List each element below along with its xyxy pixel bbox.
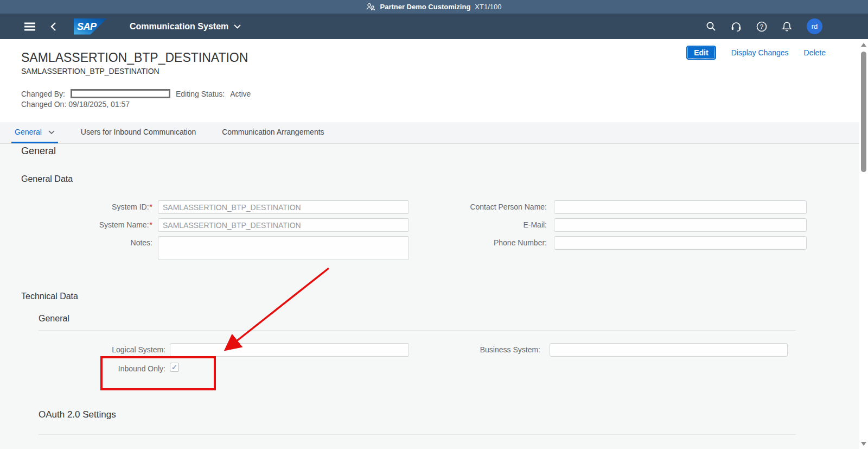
section-technical-data-title: Technical Data <box>21 292 78 301</box>
object-page-header: SAMLASSERTION_BTP_DESTINATION SAMLASSERT… <box>0 39 868 122</box>
contact-person-name-label: Contact Person Name: <box>411 203 547 211</box>
banner-system-id: XT1/100 <box>475 3 501 11</box>
business-system-input[interactable] <box>550 343 788 357</box>
logical-system-label: Logical System: <box>30 345 165 354</box>
scroll-up-arrow[interactable] <box>861 43 866 47</box>
changed-by-label: Changed By: <box>21 90 65 98</box>
page-content: General General Data System ID:* System … <box>0 144 868 449</box>
phone-number-label: Phone Number: <box>411 238 547 247</box>
notes-label: Notes: <box>17 238 152 247</box>
chevron-down-icon <box>234 24 241 29</box>
bell-icon[interactable] <box>782 21 792 32</box>
tab-general-label: General <box>15 128 42 136</box>
page-subtitle: SAMLASSERTION_BTP_DESTINATION <box>21 67 159 75</box>
logical-system-input[interactable] <box>170 343 409 357</box>
edit-button[interactable]: Edit <box>686 46 716 60</box>
app-title-menu[interactable]: Communication System <box>130 22 241 31</box>
sap-communication-system-page: Partner Demo Customizing XT1/100 SAP Com… <box>0 0 868 449</box>
contact-person-name-input[interactable] <box>554 200 807 214</box>
required-marker: * <box>150 220 152 229</box>
help-icon[interactable]: ? <box>756 21 767 32</box>
tab-users-label: Users for Inbound Communication <box>81 128 196 136</box>
display-changes-button[interactable]: Display Changes <box>731 48 789 57</box>
tab-comm-arrangements-label: Communication Arrangements <box>222 128 324 136</box>
client-banner: Partner Demo Customizing XT1/100 <box>0 0 868 14</box>
search-icon[interactable] <box>706 21 716 31</box>
changed-on-label: Changed On: <box>21 100 66 109</box>
system-id-label: System ID:* <box>17 203 152 211</box>
headset-icon[interactable] <box>731 21 742 31</box>
business-system-label: Business System: <box>405 345 540 354</box>
shell-header: SAP Communication System <box>0 14 868 39</box>
changed-by-value-redacted <box>71 89 170 98</box>
app-title-label: Communication System <box>130 22 228 31</box>
page-title: SAMLASSERTION_BTP_DESTINATION <box>21 50 248 65</box>
annotation-highlight-rectangle <box>100 356 216 390</box>
anchor-tab-bar: General Users for Inbound Communication … <box>0 122 868 144</box>
scroll-down-arrow[interactable] <box>861 442 866 446</box>
tab-general[interactable]: General <box>11 122 58 143</box>
divider <box>39 434 796 435</box>
sap-logo[interactable]: SAP <box>74 18 107 35</box>
notes-textarea[interactable] <box>158 236 409 260</box>
email-input[interactable] <box>554 218 807 232</box>
banner-title: Partner Demo Customizing <box>380 3 470 11</box>
two-people-icon <box>366 3 375 11</box>
vertical-scrollbar[interactable] <box>859 39 868 449</box>
section-general-title: General <box>21 146 56 157</box>
section-oauth-title: OAuth 2.0 Settings <box>39 409 116 420</box>
scrollbar-thumb[interactable] <box>861 52 866 172</box>
required-marker: * <box>150 203 152 211</box>
tab-communication-arrangements[interactable]: Communication Arrangements <box>219 122 327 143</box>
avatar[interactable]: rd <box>807 18 822 34</box>
divider <box>39 330 796 331</box>
tab-users-for-inbound-communication[interactable]: Users for Inbound Communication <box>78 122 199 143</box>
subsection-technical-general-title: General <box>39 314 69 324</box>
changed-on-value: 09/18/2025, 01:57 <box>68 100 130 109</box>
back-icon[interactable] <box>50 22 56 31</box>
changed-on-row: Changed On: 09/18/2025, 01:57 <box>21 100 130 109</box>
editing-status-label: Editing Status: <box>176 90 225 98</box>
delete-button[interactable]: Delete <box>804 48 826 57</box>
system-id-input <box>158 200 409 214</box>
header-actions: Edit Display Changes Delete <box>686 46 826 60</box>
changed-by-row: Changed By: Editing Status: Active <box>21 89 251 98</box>
subsection-general-data-title: General Data <box>21 174 73 184</box>
system-name-input <box>158 218 409 232</box>
svg-text:?: ? <box>760 23 763 30</box>
phone-number-input[interactable] <box>554 236 807 250</box>
email-label: E-Mail: <box>411 220 547 229</box>
system-name-label: System Name:* <box>17 220 152 229</box>
editing-status-value: Active <box>230 90 251 98</box>
menu-icon[interactable] <box>24 22 36 31</box>
chevron-down-icon[interactable] <box>48 130 55 134</box>
